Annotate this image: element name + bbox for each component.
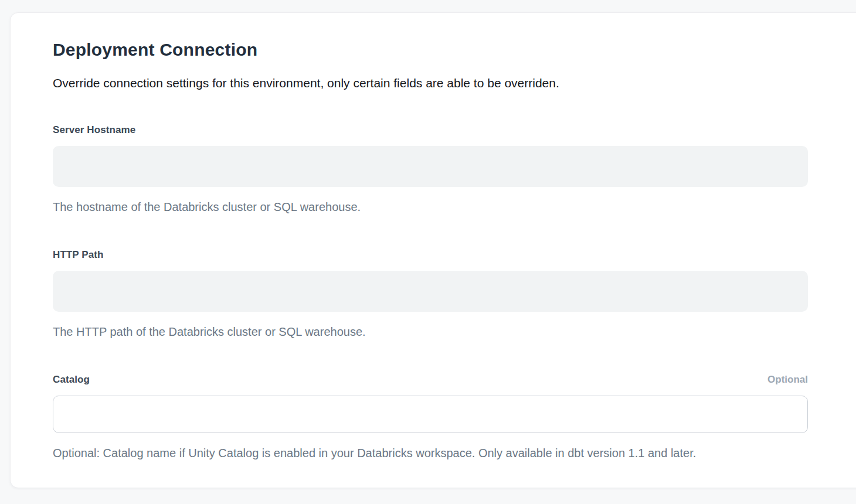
catalog-label: Catalog [53, 373, 90, 386]
server-hostname-label-row: Server Hostname [53, 124, 808, 137]
http-path-label-row: HTTP Path [53, 248, 808, 261]
catalog-label-row: Catalog Optional [53, 373, 808, 386]
page-subtitle: Override connection settings for this en… [53, 74, 808, 92]
catalog-input[interactable] [53, 396, 808, 433]
card-content: Deployment Connection Override connectio… [53, 41, 808, 459]
page-title: Deployment Connection [53, 41, 808, 59]
deployment-connection-card: Deployment Connection Override connectio… [10, 12, 856, 488]
form-group-catalog: Catalog Optional Optional: Catalog name … [53, 373, 808, 459]
server-hostname-input [53, 146, 808, 187]
form-group-http-path: HTTP Path The HTTP path of the Databrick… [53, 248, 808, 338]
catalog-help-text: Optional: Catalog name if Unity Catalog … [53, 447, 808, 459]
catalog-optional-badge: Optional [767, 373, 808, 386]
form-group-server-hostname: Server Hostname The hostname of the Data… [53, 124, 808, 213]
http-path-help-text: The HTTP path of the Databricks cluster … [53, 325, 808, 338]
http-path-input [53, 271, 808, 312]
http-path-label: HTTP Path [53, 248, 104, 261]
server-hostname-help-text: The hostname of the Databricks cluster o… [53, 200, 808, 213]
server-hostname-label: Server Hostname [53, 124, 135, 137]
